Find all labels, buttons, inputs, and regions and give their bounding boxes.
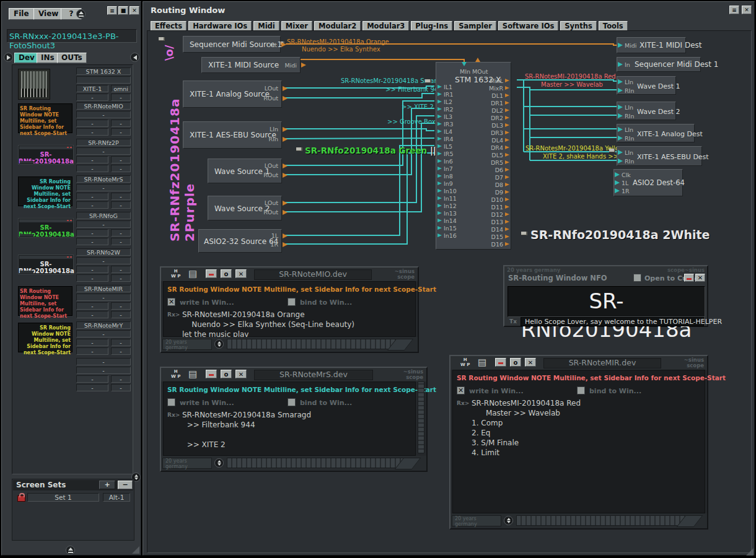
screen-set-key[interactable]: Alt-1 bbox=[103, 493, 130, 502]
port-out-arrow-icon[interactable] bbox=[283, 127, 288, 132]
device-field[interactable]: - bbox=[76, 229, 108, 237]
port-out-arrow-icon[interactable] bbox=[505, 123, 509, 127]
hwp-icon[interactable]: HW P bbox=[171, 269, 180, 279]
port-out-arrow-icon[interactable] bbox=[505, 146, 509, 149]
device-entry-note-mry[interactable]: SR Routing Window NOTE Multiline, set Si… bbox=[14, 321, 133, 356]
module-asio2-32-source-64[interactable]: ASIO2-32 Source 64 1L 1R bbox=[198, 229, 282, 253]
note-body[interactable]: SR Routing Window NOTE Multiline, set Si… bbox=[163, 281, 416, 337]
device-field[interactable]: omni bbox=[111, 85, 131, 92]
port-out-arrow-icon[interactable] bbox=[505, 198, 509, 201]
port-in-arrow-icon[interactable] bbox=[437, 226, 442, 230]
port-out-arrow-icon[interactable] bbox=[283, 137, 288, 142]
close-icon[interactable]: ✕ bbox=[130, 6, 139, 15]
module-xite1-analog-dest[interactable]: LIn RIn XITE-1 Analog Dest bbox=[617, 124, 695, 142]
wire-marker-icon[interactable] bbox=[609, 149, 615, 152]
port-out-arrow-icon[interactable] bbox=[505, 101, 509, 105]
minimize-icon[interactable] bbox=[684, 274, 694, 282]
device-name-field[interactable]: SR-RNfz2P bbox=[76, 139, 131, 146]
module-wave-source-1[interactable]: Wave Source 1 LOut ROut bbox=[208, 159, 282, 183]
pages-icon[interactable]: ▤ bbox=[188, 368, 197, 380]
port-in-arrow-icon[interactable] bbox=[437, 159, 442, 163]
note-window-mrs[interactable]: HW P ▤ o ✕ SR-RNoteMrS.dev ~sinusscope S… bbox=[160, 367, 428, 472]
note-text[interactable]: SR-RNotesMr-20190418a Smaragd >> Filterb… bbox=[182, 411, 311, 450]
pages-icon[interactable]: ▤ bbox=[478, 357, 486, 368]
close-icon[interactable]: ✕ bbox=[235, 370, 247, 378]
port-in-arrow-icon[interactable] bbox=[618, 136, 623, 141]
port-out-arrow-icon[interactable] bbox=[505, 79, 509, 82]
close-icon[interactable]: ✕ bbox=[742, 6, 752, 14]
horizontal-scrollbar[interactable] bbox=[516, 515, 688, 526]
scroll-updown-icon[interactable] bbox=[214, 339, 224, 349]
device-field[interactable]: - bbox=[76, 294, 131, 301]
device-field[interactable]: - bbox=[76, 330, 131, 338]
module-xite1-aes-ebu-dest[interactable]: LIn RIn XITE-1 AES-EBU Dest bbox=[617, 146, 702, 166]
port-in-arrow-icon[interactable] bbox=[437, 204, 442, 207]
port-in-arrow-icon[interactable] bbox=[437, 129, 442, 133]
device-field[interactable]: - bbox=[111, 128, 131, 136]
port-in-arrow-icon[interactable] bbox=[618, 43, 623, 48]
bind-checkbox[interactable] bbox=[288, 398, 296, 406]
device-field[interactable]: - bbox=[76, 375, 108, 383]
note-marker-icon[interactable] bbox=[521, 232, 527, 235]
device-field[interactable]: - bbox=[111, 165, 131, 172]
port-in-arrow-icon[interactable] bbox=[437, 92, 442, 96]
close-icon[interactable]: ✕ bbox=[695, 274, 705, 282]
device-field[interactable]: - bbox=[76, 193, 108, 200]
port-in-arrow-icon[interactable] bbox=[615, 188, 620, 193]
device-field[interactable]: - bbox=[111, 201, 131, 209]
circle-icon[interactable]: o bbox=[221, 269, 232, 278]
open-to-cursor-checkbox[interactable] bbox=[633, 274, 641, 282]
note-preview-orange[interactable]: SR Routing Window NOTE Multiline, set Si… bbox=[18, 103, 73, 133]
resize-grip-icon[interactable] bbox=[746, 548, 754, 556]
note-body[interactable]: SR Routing Window NOTE Multiline, set Si… bbox=[163, 381, 416, 456]
device-field[interactable]: - bbox=[76, 339, 108, 346]
device-field[interactable]: - bbox=[76, 384, 108, 391]
port-in-arrow-icon[interactable] bbox=[618, 150, 623, 155]
device-entry-fog[interactable]: SR-RNfo20190418a SR-RNfoG - - - - - bbox=[14, 212, 133, 246]
circle-icon[interactable]: o bbox=[221, 370, 232, 378]
note-titlebar[interactable]: HW P ▤ o ✕ SR-RNoteMIR.dev ~sinusscope bbox=[451, 356, 707, 370]
device-field[interactable] bbox=[76, 76, 131, 84]
port-in-arrow-icon[interactable] bbox=[437, 85, 442, 89]
port-out-arrow-icon[interactable] bbox=[505, 138, 509, 142]
port-in-arrow-icon[interactable] bbox=[437, 100, 442, 103]
device-field[interactable]: - bbox=[111, 94, 131, 101]
port-in-arrow-icon[interactable] bbox=[437, 196, 442, 200]
device-name-field[interactable]: SR-RNoteMIR bbox=[76, 285, 131, 292]
port-out-arrow-icon[interactable] bbox=[505, 235, 509, 238]
bottom-eject-icon[interactable] bbox=[66, 546, 75, 555]
device-field[interactable]: - bbox=[76, 128, 108, 136]
tab-scroll-left-icon[interactable] bbox=[4, 53, 13, 62]
device-field[interactable]: - bbox=[111, 339, 131, 346]
port-in-arrow-icon[interactable] bbox=[618, 62, 623, 67]
module-xite1-analog-source[interactable]: XITE-1 Analog Source LOut ROut bbox=[183, 81, 282, 108]
device-field[interactable]: - bbox=[76, 111, 131, 118]
window-preview-white[interactable]: SR-RNfo20190418a bbox=[18, 255, 74, 274]
device-field[interactable]: - bbox=[76, 147, 131, 155]
port-in-arrow-icon[interactable] bbox=[618, 88, 623, 93]
device-name-field[interactable]: SR-RNoteMrY bbox=[76, 321, 131, 329]
screen-set-name[interactable]: Set 1 bbox=[27, 493, 99, 502]
port-out-arrow-icon[interactable] bbox=[505, 205, 509, 209]
write-checkbox[interactable]: ✕ bbox=[457, 386, 465, 395]
device-name-field[interactable]: SR-RNoteMrS bbox=[76, 175, 131, 183]
eject-icon[interactable] bbox=[76, 9, 86, 19]
port-out-arrow-icon[interactable] bbox=[505, 86, 509, 90]
device-entry-note-mir[interactable]: SR Routing Window NOTE Multiline, set Si… bbox=[14, 285, 133, 320]
horizontal-scrollbar[interactable] bbox=[227, 458, 407, 468]
device-field[interactable]: - bbox=[111, 266, 131, 273]
port-in-arrow-icon[interactable] bbox=[437, 181, 442, 185]
device-field[interactable]: - bbox=[76, 266, 108, 273]
device-field[interactable]: - bbox=[76, 184, 131, 191]
note-title[interactable]: SR-RNoteMrS.dev bbox=[254, 370, 373, 380]
note-title[interactable]: SR-RNoteMIO.dev bbox=[254, 269, 372, 280]
module-wave-source-2[interactable]: Wave Source 2 LOut ROut bbox=[208, 196, 282, 220]
device-entry-fo2w[interactable]: SR-RNfo20190418a SR-RNfo2W - - - - - bbox=[14, 248, 133, 283]
port-in-arrow-icon[interactable] bbox=[437, 115, 442, 118]
note-title[interactable]: SR-RNoteMIR.dev bbox=[543, 358, 661, 368]
device-field[interactable]: - bbox=[76, 311, 108, 318]
lock-icon[interactable] bbox=[17, 495, 25, 502]
device-entry-stm[interactable]: STM 1632 X XITE-1 MIDI omni - - bbox=[14, 68, 133, 102]
device-field[interactable]: - bbox=[111, 311, 131, 318]
minimize-icon[interactable]: ≡ bbox=[729, 6, 739, 14]
